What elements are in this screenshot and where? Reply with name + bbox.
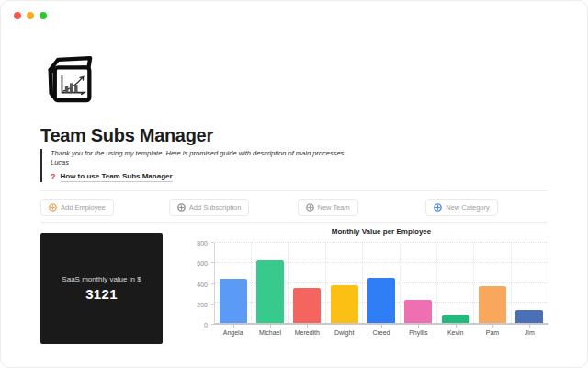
- app-window: Team Subs Manager Thank you for the usin…: [0, 0, 588, 368]
- plus-circle-icon: [434, 203, 442, 212]
- x-tick-label: Phyllis: [401, 329, 436, 336]
- quote-signature: Lucas: [51, 158, 518, 167]
- quote-block: Thank you for the using my template. Her…: [40, 149, 518, 182]
- chart-plot: AngelaMichaelMeredithDwightCreedPhyllisK…: [214, 243, 548, 325]
- new-team-label: New Team: [318, 203, 350, 212]
- bar-slot: Kevin: [437, 243, 474, 323]
- x-tick-label: Michael: [252, 329, 288, 336]
- x-tick-label: Meredith: [289, 329, 325, 336]
- question-mark-icon: ?: [51, 173, 56, 181]
- y-tick-label: 0: [204, 322, 208, 328]
- y-tick-label: 200: [197, 301, 208, 307]
- bar-slot: Pam: [474, 243, 511, 323]
- bar-slot: Meredith: [289, 243, 326, 323]
- y-tick-label: 400: [197, 281, 208, 287]
- minimize-button[interactable]: [27, 12, 34, 19]
- bar-phyllis: [404, 300, 432, 323]
- add-subscription-button[interactable]: Add Subscription: [169, 199, 250, 216]
- new-team-button[interactable]: New Team: [298, 199, 358, 216]
- x-tick-label: Pam: [474, 329, 510, 336]
- bar-chart: Monthly Value per Employee 0200400600800…: [185, 227, 548, 325]
- x-tick-label: Angela: [215, 329, 251, 336]
- chart-y-axis: 0200400600800: [185, 243, 214, 325]
- cube-chart-icon: [43, 54, 96, 109]
- bar-creed: [368, 278, 395, 323]
- toolbar: Add Employee Add Subscription New Team N…: [40, 199, 548, 216]
- kpi-value: 3121: [85, 286, 118, 302]
- bar-kevin: [442, 315, 469, 323]
- plus-circle-icon: [49, 203, 57, 212]
- plus-circle-icon: [177, 203, 186, 212]
- bar-dwight: [331, 285, 358, 323]
- x-tick-label: Kevin: [437, 329, 473, 336]
- add-subscription-label: Add Subscription: [189, 203, 242, 212]
- bar-jim: [515, 310, 543, 323]
- chart-plot-wrap: 0200400600800 AngelaMichaelMeredithDwigh…: [185, 243, 548, 325]
- page-title: Team Subs Manager: [40, 125, 213, 146]
- x-tick-label: Jim: [512, 329, 548, 336]
- quote-text: Thank you for the using my template. Her…: [51, 149, 518, 158]
- close-button[interactable]: [14, 12, 21, 19]
- help-page-link[interactable]: ? How to use Team Subs Manager: [51, 172, 518, 182]
- divider-bottom: [40, 222, 548, 223]
- bar-slot: Dwight: [326, 243, 363, 323]
- bar-slot: Jim: [512, 243, 548, 323]
- new-category-label: New Category: [446, 203, 490, 212]
- x-tick-label: Creed: [363, 329, 399, 336]
- bar-slot: Creed: [363, 243, 400, 323]
- zoom-button[interactable]: [40, 12, 47, 19]
- x-tick-label: Dwight: [326, 329, 362, 336]
- bar-slot: Angela: [215, 243, 252, 323]
- kpi-card: SaaS monthly value in $ 3121: [40, 233, 163, 344]
- add-employee-label: Add Employee: [61, 203, 106, 212]
- kpi-label: SaaS monthly value in $: [62, 275, 141, 283]
- bar-michael: [256, 260, 284, 324]
- y-tick-label: 600: [197, 260, 208, 267]
- plus-circle-icon: [306, 203, 314, 212]
- y-tick-label: 800: [197, 240, 208, 247]
- help-page-link-label: How to use Team Subs Manager: [61, 172, 173, 182]
- bar-slot: Michael: [252, 243, 288, 323]
- bar-angela: [220, 279, 247, 323]
- bar-pam: [479, 286, 506, 323]
- chart-title: Monthly Value per Employee: [214, 227, 548, 236]
- new-category-button[interactable]: New Category: [425, 199, 498, 216]
- add-employee-button[interactable]: Add Employee: [40, 199, 114, 216]
- divider-top: [40, 190, 548, 191]
- bar-meredith: [293, 288, 321, 323]
- bar-slot: Phyllis: [401, 243, 437, 323]
- window-controls: [14, 12, 47, 19]
